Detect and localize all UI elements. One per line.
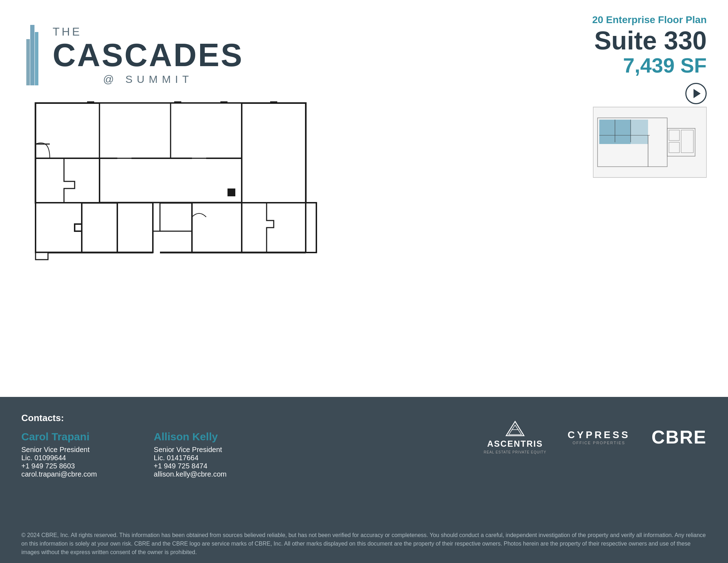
svg-rect-21 — [36, 158, 100, 203]
suite-number: Suite 330 — [592, 28, 707, 53]
logo-the-text: THE — [53, 25, 243, 38]
svg-rect-2 — [26, 39, 30, 85]
contact-1: Carol Trapani Senior Vice President Lic.… — [21, 431, 97, 478]
svg-rect-24 — [171, 103, 242, 158]
contact-2-email: allison.kelly@cbre.com — [154, 470, 227, 478]
contact-2: Allison Kelly Senior Vice President Lic.… — [154, 431, 227, 478]
floor-plan-label: 20 Enterprise Floor Plan — [592, 14, 707, 26]
disclaimer: © 2024 CBRE, Inc. All rights reserved. T… — [21, 531, 707, 557]
thumbnail-map — [593, 107, 707, 178]
ascentris-text: ASCENTRIS — [487, 439, 543, 449]
ascentris-sub: REAL ESTATE PRIVATE EQUITY — [484, 450, 546, 454]
ascentris-logo: ASCENTRIS REAL ESTATE PRIVATE EQUITY — [484, 420, 546, 454]
logo-icon — [21, 21, 46, 89]
top-section: THE CASCADES @ SUMMIT 20 Enterprise Floo… — [0, 0, 728, 398]
suite-sf: 7,439 SF — [592, 53, 707, 77]
floor-plan — [18, 89, 348, 267]
contact-1-title: Senior Vice President — [21, 446, 97, 454]
svg-marker-50 — [506, 421, 524, 436]
cbre-text: CBRE — [652, 427, 707, 447]
logo-text: THE CASCADES @ SUMMIT — [53, 25, 243, 85]
svg-rect-29 — [192, 203, 242, 253]
svg-rect-20 — [36, 103, 100, 158]
contact-1-phone: +1 949 725 8603 — [21, 462, 97, 470]
svg-rect-0 — [30, 25, 34, 85]
svg-rect-7 — [631, 119, 648, 144]
svg-rect-27 — [117, 203, 153, 253]
contact-2-phone: +1 949 725 8474 — [154, 462, 227, 470]
svg-rect-48 — [306, 203, 316, 253]
play-button[interactable] — [685, 83, 707, 104]
cypress-text: CYPRESS — [568, 429, 630, 441]
contact-1-lic: Lic. 01099644 — [21, 454, 97, 462]
play-icon — [694, 89, 701, 98]
svg-rect-1 — [35, 32, 38, 85]
cypress-sub: OFFICE PROPERTIES — [573, 441, 625, 445]
cypress-logo: CYPRESS OFFICE PROPERTIES — [568, 429, 630, 445]
contact-2-title: Senior Vice President — [154, 446, 227, 454]
svg-rect-23 — [100, 103, 171, 158]
logos-row: ASCENTRIS REAL ESTATE PRIVATE EQUITY CYP… — [484, 420, 707, 454]
logo-area: THE CASCADES @ SUMMIT — [21, 21, 243, 89]
svg-rect-28 — [153, 203, 160, 231]
play-button-container — [592, 83, 707, 104]
contact-1-email: carol.trapani@cbre.com — [21, 470, 97, 478]
contact-1-name: Carol Trapani — [21, 431, 97, 443]
svg-rect-49 — [36, 253, 48, 260]
logo-summit-text: @ SUMMIT — [53, 73, 243, 85]
contact-2-name: Allison Kelly — [154, 431, 227, 443]
bottom-section: Contacts: Carol Trapani Senior Vice Pres… — [0, 398, 728, 563]
svg-rect-25 — [242, 103, 306, 203]
cbre-logo: CBRE — [652, 426, 707, 448]
contact-2-lic: Lic. 01417664 — [154, 454, 227, 462]
logo-cascades-text: CASCADES — [53, 39, 243, 71]
svg-rect-31 — [228, 188, 235, 196]
header-right: 20 Enterprise Floor Plan Suite 330 7,439… — [592, 14, 707, 104]
